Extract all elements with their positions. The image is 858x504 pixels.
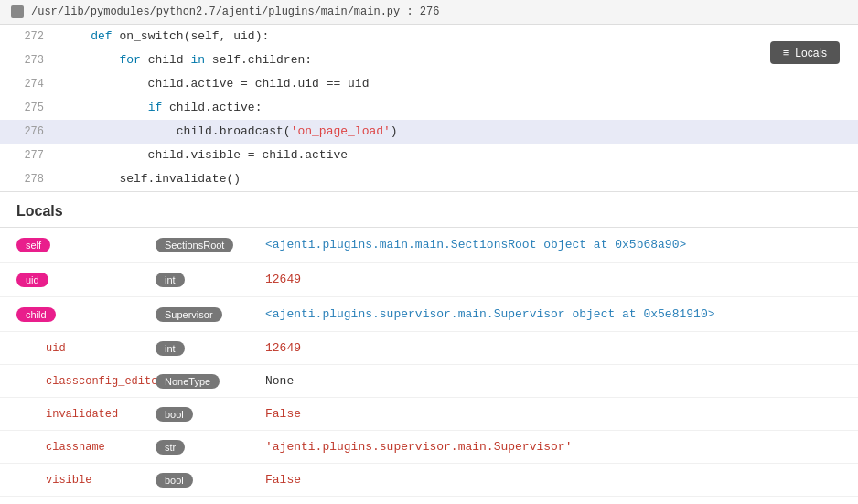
var-name-uid: uid	[16, 273, 48, 287]
type-badge-self: SectionsRoot	[156, 238, 233, 252]
col-type-uid: int	[146, 273, 265, 287]
nested-type-badge-classname: str	[156, 440, 185, 455]
line-number-275: 275	[0, 96, 55, 120]
nested-value-visible: False	[265, 473, 858, 487]
line-number-274: 274	[0, 72, 55, 96]
locals-row-self: self SectionsRoot <ajenti.plugins.main.m…	[0, 228, 858, 263]
file-path: /usr/lib/pymodules/python2.7/ajenti/plug…	[31, 5, 439, 18]
file-icon	[11, 5, 24, 18]
line-number-273: 273	[0, 48, 55, 72]
code-line-276: 276 child.broadcast('on_page_load')	[0, 120, 858, 144]
line-number-278: 278	[0, 167, 55, 191]
line-content-277: child.visible = child.active	[55, 144, 355, 167]
code-line-277: 277 child.visible = child.active	[0, 144, 858, 167]
nested-type-classconfig: NoneType	[146, 374, 265, 389]
nested-value-uid: 12649	[265, 341, 858, 355]
col-type-self: SectionsRoot	[146, 238, 265, 252]
locals-row-uid: uid int 12649	[0, 263, 858, 297]
nested-type-visible: bool	[146, 473, 265, 488]
var-name-self: self	[16, 238, 50, 252]
code-line-278: 278 self.invalidate()	[0, 167, 858, 191]
line-content-275: if child.active:	[55, 96, 269, 120]
line-number-272: 272	[0, 25, 55, 48]
var-name-child: child	[16, 307, 56, 322]
nested-name-classname: classname	[0, 441, 146, 454]
locals-nested-uid: uid int 12649	[0, 332, 858, 365]
code-area: 272 def on_switch(self, uid): 273 for ch…	[0, 25, 858, 192]
line-content-273: for child in self.children:	[55, 48, 319, 72]
line-content-274: child.active = child.uid == uid	[55, 72, 376, 96]
locals-button-label: Locals	[795, 47, 827, 59]
list-icon: ≡	[783, 46, 790, 59]
col-name-child: child	[0, 307, 146, 322]
locals-section: Locals self SectionsRoot <ajenti.plugins…	[0, 192, 858, 504]
locals-nested-classconfig-editor: classconfig_editor NoneType None	[0, 365, 858, 398]
nested-value-invalidated: False	[265, 407, 858, 421]
code-line-273: 273 for child in self.children:	[0, 48, 858, 72]
locals-header: Locals	[0, 192, 858, 228]
nested-name-invalidated: invalidated	[0, 408, 146, 421]
line-number-277: 277	[0, 144, 55, 167]
nested-name-visible: visible	[0, 474, 146, 487]
locals-title: Locals	[16, 203, 63, 220]
code-line-275: 275 if child.active:	[0, 96, 858, 120]
line-content-276: child.broadcast('on_page_load')	[55, 120, 405, 144]
file-header: /usr/lib/pymodules/python2.7/ajenti/plug…	[0, 0, 858, 25]
nested-value-classconfig: None	[265, 374, 858, 388]
col-type-child: Supervisor	[146, 307, 265, 322]
col-value-uid: 12649	[265, 273, 858, 286]
code-line-272: 272 def on_switch(self, uid):	[0, 25, 858, 48]
col-value-child: <ajenti.plugins.supervisor.main.Supervis…	[265, 307, 858, 321]
nested-value-classname: 'ajenti.plugins.supervisor.main.Supervis…	[265, 440, 858, 454]
nested-type-invalidated: bool	[146, 407, 265, 422]
type-badge-child: Supervisor	[156, 307, 222, 322]
nested-type-badge-visible: bool	[156, 473, 193, 488]
nested-type-classname: str	[146, 440, 265, 455]
nested-type-badge-classconfig: NoneType	[156, 374, 220, 389]
line-content-278: self.invalidate()	[55, 167, 248, 191]
locals-row-child: child Supervisor <ajenti.plugins.supervi…	[0, 297, 858, 332]
nested-name-classconfig: classconfig_editor	[0, 375, 146, 388]
locals-nested-children-changed: children_changed bool False	[0, 497, 858, 504]
locals-nested-classname: classname str 'ajenti.plugins.supervisor…	[0, 431, 858, 464]
nested-name-uid: uid	[0, 342, 146, 355]
locals-button[interactable]: ≡ Locals	[770, 41, 840, 64]
nested-type-uid: int	[146, 341, 265, 356]
line-number-276: 276	[0, 120, 55, 144]
code-line-274: 274 child.active = child.uid == uid	[0, 72, 858, 96]
type-badge-uid: int	[156, 273, 185, 287]
locals-nested-visible: visible bool False	[0, 464, 858, 497]
nested-type-badge-uid: int	[156, 341, 185, 356]
locals-nested-invalidated: invalidated bool False	[0, 398, 858, 431]
col-value-self: <ajenti.plugins.main.main.SectionsRoot o…	[265, 238, 858, 252]
line-content-272: def on_switch(self, uid):	[55, 25, 276, 48]
col-name-self: self	[0, 238, 146, 252]
col-name-uid: uid	[0, 273, 146, 287]
nested-type-badge-invalidated: bool	[156, 407, 193, 422]
